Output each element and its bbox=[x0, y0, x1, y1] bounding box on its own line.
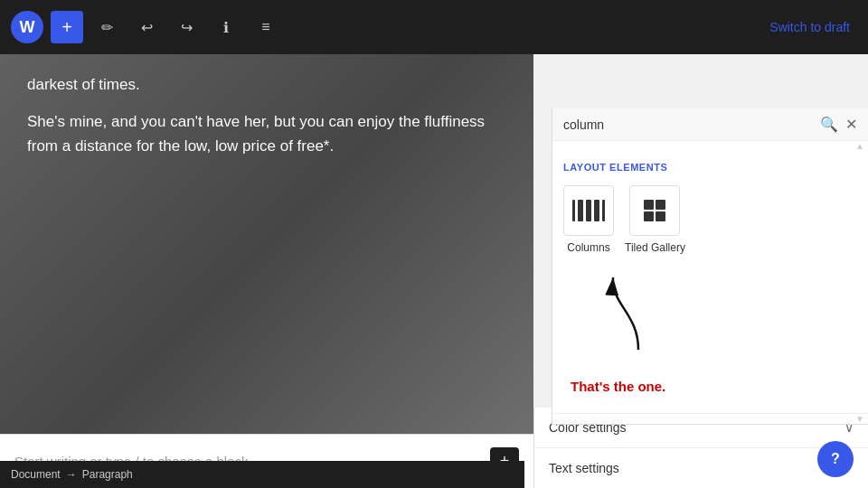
info-icon[interactable]: ℹ bbox=[210, 11, 242, 43]
breadcrumb-paragraph[interactable]: Paragraph bbox=[82, 468, 133, 481]
annotation-text: That's the one. bbox=[571, 379, 665, 395]
close-icon[interactable]: ✕ bbox=[845, 116, 857, 133]
columns-label: Columns bbox=[567, 241, 609, 254]
menu-icon[interactable]: ≡ bbox=[250, 11, 282, 43]
breadcrumb-document[interactable]: Document bbox=[11, 468, 61, 481]
block-inserter-panel: 🔍 ✕ ▲ LAYOUT ELEMENTS bbox=[552, 108, 868, 425]
edit-icon[interactable]: ✏ bbox=[90, 11, 123, 43]
add-block-button[interactable]: + bbox=[51, 11, 83, 43]
tiled-gallery-icon bbox=[644, 200, 665, 221]
tiled-gallery-block-item[interactable]: Tiled Gallery bbox=[625, 185, 685, 254]
columns-icon bbox=[572, 200, 605, 221]
help-button[interactable]: ? bbox=[817, 441, 854, 477]
switch-draft-button[interactable]: Switch to draft bbox=[769, 20, 850, 34]
editor-paragraph-2: She's mine, and you can't have her, but … bbox=[27, 109, 506, 158]
section-label: LAYOUT ELEMENTS bbox=[552, 151, 868, 178]
columns-block-item[interactable]: Columns bbox=[563, 185, 614, 254]
search-row: 🔍 ✕ bbox=[552, 108, 868, 141]
columns-icon-box bbox=[563, 185, 614, 236]
toolbar: W + ✏ ↩ ↪ ℹ ≡ Switch to draft bbox=[0, 0, 868, 54]
editor-area: darkest of times. She's mine, and you ca… bbox=[0, 54, 533, 488]
undo-icon[interactable]: ↩ bbox=[130, 11, 163, 43]
search-input[interactable] bbox=[563, 117, 820, 132]
text-settings-label: Text settings bbox=[549, 461, 619, 475]
breadcrumb-separator: → bbox=[66, 468, 77, 481]
tiled-gallery-label: Tiled Gallery bbox=[625, 241, 685, 254]
breadcrumb-bar: Document → Paragraph bbox=[0, 461, 524, 488]
blocks-grid: Columns Tiled Gallery bbox=[552, 178, 868, 268]
text-settings-section[interactable]: Text settings ? bbox=[534, 447, 868, 488]
annotation-arrow bbox=[602, 268, 675, 359]
wp-logo[interactable]: W bbox=[11, 11, 43, 43]
editor-paragraph-1: darkest of times. bbox=[27, 72, 506, 97]
search-icon: 🔍 bbox=[820, 116, 838, 133]
tiled-gallery-icon-box bbox=[629, 185, 680, 236]
redo-icon[interactable]: ↪ bbox=[170, 11, 203, 43]
